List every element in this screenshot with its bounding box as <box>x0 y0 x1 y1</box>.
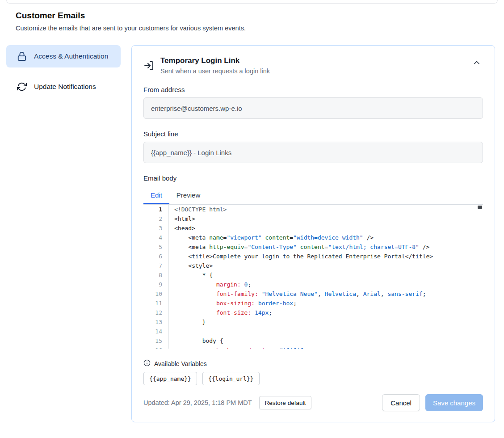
sidebar-item-update-notifications[interactable]: Update Notifications <box>6 76 121 98</box>
sidebar: Access & Authentication Update Notificat… <box>6 45 121 98</box>
code-text: } <box>169 317 206 327</box>
line-number: 5 <box>143 242 169 252</box>
card-subtitle: Sent when a user requests a login link <box>160 67 464 75</box>
code-text: <meta http-equiv="Content-Type" content=… <box>169 242 429 252</box>
editor-scrollbar-thumb[interactable] <box>478 206 482 209</box>
editor-scrollbar[interactable] <box>477 205 483 349</box>
sidebar-item-label: Update Notifications <box>34 81 96 92</box>
collapse-button[interactable] <box>470 56 483 70</box>
updated-timestamp: Updated: Apr 29, 2025, 1:18 PM MDT <box>143 399 252 406</box>
code-text: <!DOCTYPE html> <box>169 205 227 214</box>
restore-default-button[interactable]: Restore default <box>259 396 312 409</box>
code-line: 12 font-size: 14px; <box>143 308 483 317</box>
code-text: font-family: "Helvetica Neue", Helvetica… <box>169 289 426 299</box>
variable-chip-app-name[interactable]: {{app_name}} <box>143 372 197 385</box>
code-line: 16 background-color: #f6f6f6; <box>143 345 483 349</box>
code-line: 15 body { <box>143 336 483 345</box>
card-title: Temporary Login Link <box>160 56 464 65</box>
line-number: 8 <box>143 270 169 280</box>
code-text: font-size: 14px; <box>169 308 272 317</box>
code-text: <head> <box>169 223 195 233</box>
variable-chips: {{app_name}} {{login_url}} <box>143 372 483 385</box>
line-number: 12 <box>143 308 169 317</box>
code-line: 4 <meta name="viewport" content="width=d… <box>143 233 483 242</box>
code-text: <meta name="viewport" content="width=dev… <box>169 233 374 242</box>
sidebar-item-label: Access & Authentication <box>34 51 108 62</box>
code-line: 14 <box>143 327 483 336</box>
line-number: 3 <box>143 223 169 233</box>
info-icon <box>143 359 151 368</box>
code-text: <html> <box>169 214 195 223</box>
code-line: 10 font-family: "Helvetica Neue", Helvet… <box>143 289 483 299</box>
code-line: 1<!DOCTYPE html> <box>143 205 483 214</box>
email-body-label: Email body <box>143 174 483 182</box>
sidebar-item-access-authentication[interactable]: Access & Authentication <box>6 45 121 67</box>
lock-icon <box>17 51 27 61</box>
page-subtitle: Customize the emails that are sent to yo… <box>16 25 488 32</box>
code-text: body { <box>169 336 223 345</box>
code-text: <title>Complete your login to the Replic… <box>169 252 433 261</box>
code-line: 6 <title>Complete your login to the Repl… <box>143 252 483 261</box>
code-line: 5 <meta http-equiv="Content-Type" conten… <box>143 242 483 252</box>
subject-line-label: Subject line <box>143 130 483 138</box>
code-line: 2<html> <box>143 214 483 223</box>
page-title: Customer Emails <box>16 11 488 21</box>
line-number: 4 <box>143 233 169 242</box>
code-editor[interactable]: 1<!DOCTYPE html>2<html>3<head>4 <meta na… <box>143 205 483 349</box>
refresh-icon <box>17 82 27 92</box>
tab-preview[interactable]: Preview <box>169 186 207 204</box>
page-header: Customer Emails Customize the emails tha… <box>16 11 488 32</box>
log-in-icon <box>143 60 154 71</box>
subject-line-input[interactable] <box>143 142 483 163</box>
chevron-up-icon <box>472 58 481 68</box>
line-number: 16 <box>143 345 169 349</box>
tab-edit[interactable]: Edit <box>143 186 169 204</box>
cancel-button[interactable]: Cancel <box>382 394 420 411</box>
code-line: 9 margin: 0; <box>143 280 483 289</box>
top-card-edge <box>6 0 498 4</box>
code-line: 13 } <box>143 317 483 327</box>
line-number: 14 <box>143 327 169 336</box>
email-settings-card: Temporary Login Link Sent when a user re… <box>131 45 495 422</box>
line-number: 6 <box>143 252 169 261</box>
from-address-input[interactable] <box>143 97 483 119</box>
code-line: 8 * { <box>143 270 483 280</box>
card-footer: Updated: Apr 29, 2025, 1:18 PM MDT Resto… <box>143 394 483 411</box>
card-header: Temporary Login Link Sent when a user re… <box>143 56 483 75</box>
code-text <box>169 327 174 336</box>
save-changes-button[interactable]: Save changes <box>425 394 483 411</box>
code-text: * { <box>169 270 213 280</box>
code-line: 3<head> <box>143 223 483 233</box>
line-number: 2 <box>143 214 169 223</box>
code-line: 7 <style> <box>143 261 483 270</box>
line-number: 9 <box>143 280 169 289</box>
line-number: 11 <box>143 299 169 308</box>
available-variables-row: Available Variables <box>143 359 483 368</box>
editor-tab-bar: Edit Preview <box>143 186 483 205</box>
available-variables-label: Available Variables <box>154 360 207 367</box>
code-line: 11 box-sizing: border-box; <box>143 299 483 308</box>
line-number: 7 <box>143 261 169 270</box>
code-text: background-color: #f6f6f6; <box>169 345 307 349</box>
line-number: 1 <box>143 205 169 214</box>
editor-lines: 1<!DOCTYPE html>2<html>3<head>4 <meta na… <box>143 205 483 349</box>
code-text: margin: 0; <box>169 280 251 289</box>
code-text: box-sizing: border-box; <box>169 299 297 308</box>
line-number: 13 <box>143 317 169 327</box>
line-number: 10 <box>143 289 169 299</box>
code-text: <style> <box>169 261 213 270</box>
line-number: 15 <box>143 336 169 345</box>
variable-chip-login-url[interactable]: {{login_url}} <box>202 372 260 385</box>
from-address-label: From address <box>143 86 483 93</box>
